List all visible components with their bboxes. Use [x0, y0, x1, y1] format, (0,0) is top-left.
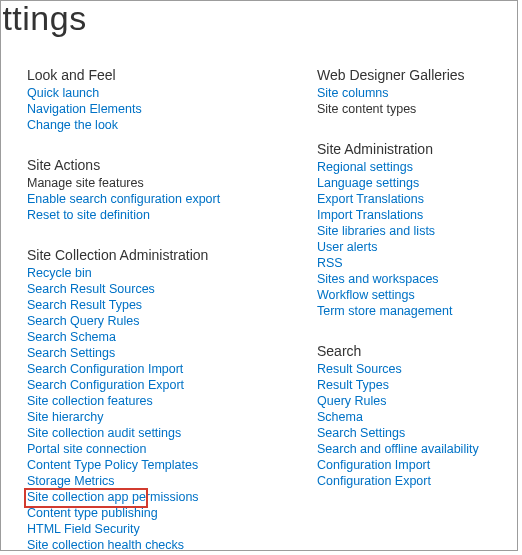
link-configuration-import[interactable]: Configuration Import [317, 457, 507, 473]
link-search-result-sources[interactable]: Search Result Sources [27, 281, 317, 297]
link-search-settings[interactable]: Search Settings [27, 345, 317, 361]
link-search-settings[interactable]: Search Settings [317, 425, 507, 441]
link-user-alerts[interactable]: User alerts [317, 239, 507, 255]
section-site-collection-administration: Site Collection AdministrationRecycle bi… [27, 247, 317, 551]
section-site-actions: Site ActionsManage site featuresEnable s… [27, 157, 317, 223]
page-title: ettings [0, 0, 87, 38]
link-site-collection-audit-settings[interactable]: Site collection audit settings [27, 425, 317, 441]
link-sites-and-workspaces[interactable]: Sites and workspaces [317, 271, 507, 287]
section-heading: Search [317, 343, 507, 359]
section-heading: Site Collection Administration [27, 247, 317, 263]
settings-page-frame: ettings Look and FeelQuick launchNavigat… [0, 0, 518, 551]
link-workflow-settings[interactable]: Workflow settings [317, 287, 507, 303]
link-enable-search-configuration-export[interactable]: Enable search configuration export [27, 191, 317, 207]
link-search-result-types[interactable]: Search Result Types [27, 297, 317, 313]
link-search-configuration-import[interactable]: Search Configuration Import [27, 361, 317, 377]
link-html-field-security[interactable]: HTML Field Security [27, 521, 317, 537]
link-regional-settings[interactable]: Regional settings [317, 159, 507, 175]
section-heading: Web Designer Galleries [317, 67, 507, 83]
link-language-settings[interactable]: Language settings [317, 175, 507, 191]
link-import-translations[interactable]: Import Translations [317, 207, 507, 223]
link-search-and-offline-availability[interactable]: Search and offline availability [317, 441, 507, 457]
link-change-the-look[interactable]: Change the look [27, 117, 317, 133]
section-search: SearchResult SourcesResult TypesQuery Ru… [317, 343, 507, 489]
link-rss[interactable]: RSS [317, 255, 507, 271]
link-content-type-policy-templates[interactable]: Content Type Policy Templates [27, 457, 317, 473]
link-site-content-types: Site content types [317, 101, 507, 117]
section-site-administration: Site AdministrationRegional settingsLang… [317, 141, 507, 319]
right-column: Web Designer GalleriesSite columnsSite c… [317, 67, 507, 551]
link-portal-site-connection[interactable]: Portal site connection [27, 441, 317, 457]
link-site-collection-features[interactable]: Site collection features [27, 393, 317, 409]
link-content-type-publishing[interactable]: Content type publishing [27, 505, 317, 521]
link-site-columns[interactable]: Site columns [317, 85, 507, 101]
section-heading: Site Administration [317, 141, 507, 157]
link-export-translations[interactable]: Export Translations [317, 191, 507, 207]
link-storage-metrics[interactable]: Storage Metrics [27, 473, 317, 489]
settings-columns: Look and FeelQuick launchNavigation Elem… [27, 67, 509, 551]
link-site-collection-health-checks[interactable]: Site collection health checks [27, 537, 317, 551]
link-manage-site-features: Manage site features [27, 175, 317, 191]
link-site-libraries-and-lists[interactable]: Site libraries and lists [317, 223, 507, 239]
section-heading: Look and Feel [27, 67, 317, 83]
link-quick-launch[interactable]: Quick launch [27, 85, 317, 101]
link-schema[interactable]: Schema [317, 409, 507, 425]
link-result-types[interactable]: Result Types [317, 377, 507, 393]
link-result-sources[interactable]: Result Sources [317, 361, 507, 377]
link-recycle-bin[interactable]: Recycle bin [27, 265, 317, 281]
link-site-collection-app-permissions[interactable]: Site collection app permissions [27, 489, 317, 505]
section-heading: Site Actions [27, 157, 317, 173]
section-look-and-feel: Look and FeelQuick launchNavigation Elem… [27, 67, 317, 133]
link-navigation-elements[interactable]: Navigation Elements [27, 101, 317, 117]
link-site-hierarchy[interactable]: Site hierarchy [27, 409, 317, 425]
link-term-store-management[interactable]: Term store management [317, 303, 507, 319]
left-column: Look and FeelQuick launchNavigation Elem… [27, 67, 317, 551]
link-search-schema[interactable]: Search Schema [27, 329, 317, 345]
link-search-configuration-export[interactable]: Search Configuration Export [27, 377, 317, 393]
link-reset-to-site-definition[interactable]: Reset to site definition [27, 207, 317, 223]
link-configuration-export[interactable]: Configuration Export [317, 473, 507, 489]
link-query-rules[interactable]: Query Rules [317, 393, 507, 409]
link-search-query-rules[interactable]: Search Query Rules [27, 313, 317, 329]
section-web-designer-galleries: Web Designer GalleriesSite columnsSite c… [317, 67, 507, 117]
